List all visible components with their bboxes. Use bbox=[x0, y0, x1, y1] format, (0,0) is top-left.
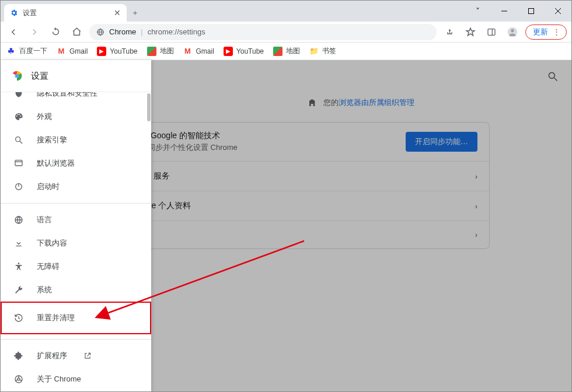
sidebar-item-reset[interactable]: 重置并清理 bbox=[1, 302, 151, 334]
sidebar-item-label: 系统 bbox=[37, 285, 52, 295]
svg-line-24 bbox=[554, 78, 557, 81]
bookmarks-bar: ☘百度一下 MGmail ▶YouTube 地图 MGmail ▶YouTube… bbox=[1, 43, 571, 60]
close-tab-icon[interactable]: ✕ bbox=[114, 8, 121, 18]
baidu-icon: ☘ bbox=[6, 47, 16, 56]
svg-line-14 bbox=[20, 141, 22, 144]
sidebar-item-accessibility[interactable]: 无障碍 bbox=[1, 255, 151, 278]
sidebar-item-label: 无障碍 bbox=[37, 261, 60, 272]
restore-icon bbox=[13, 313, 24, 323]
sidebar-item-label: 重置并清理 bbox=[37, 313, 75, 323]
sidebar-item-label: 关于 Chrome bbox=[37, 374, 81, 384]
url-text: chrome://settings bbox=[148, 27, 205, 36]
sidebar-item-label: 扩展程序 bbox=[37, 351, 67, 361]
sync-subtitle: 上同步并个性化设置 Chrome bbox=[140, 142, 238, 153]
settings-row-google-services[interactable]: gle 服务 › bbox=[128, 161, 489, 191]
sidebar-item-label: 默认浏览器 bbox=[37, 158, 75, 169]
svg-rect-15 bbox=[15, 160, 22, 166]
globe-icon bbox=[13, 215, 24, 225]
bookmark-item[interactable]: ▶YouTube bbox=[224, 47, 264, 56]
tab-title: 设置 bbox=[23, 8, 109, 18]
site-info-icon[interactable] bbox=[96, 28, 104, 36]
maximize-button[interactable] bbox=[518, 1, 545, 22]
browser-icon bbox=[13, 159, 24, 168]
browser-tab[interactable]: 设置 ✕ bbox=[4, 4, 127, 22]
shield-icon bbox=[13, 92, 24, 98]
power-icon bbox=[13, 182, 24, 191]
gmail-icon: M bbox=[183, 47, 193, 56]
close-window-button[interactable] bbox=[545, 1, 571, 22]
settings-row-import[interactable]: › bbox=[128, 220, 489, 249]
settings-sidebar: 设置 隐私设置和安全性 外观 搜索引擎 默认浏览器 启动时 语言 下载内容 无障… bbox=[1, 60, 151, 392]
download-icon bbox=[13, 239, 24, 248]
minimize-button[interactable] bbox=[491, 1, 518, 22]
reload-button[interactable] bbox=[47, 24, 64, 40]
profile-avatar-icon[interactable] bbox=[504, 24, 521, 40]
sidebar-item-label: 搜索引擎 bbox=[37, 135, 67, 145]
browser-toolbar: Chrome | chrome://settings 更新 ⋮ bbox=[1, 22, 571, 43]
org-managed-message: 您的浏览器由所属组织管理 bbox=[151, 93, 571, 122]
external-link-icon bbox=[83, 352, 92, 360]
sidebar-item-languages[interactable]: 语言 bbox=[1, 208, 151, 232]
sidebar-scrollbar[interactable] bbox=[147, 93, 151, 121]
window-titlebar: 设置 ✕ ＋ ˅ bbox=[1, 1, 571, 22]
share-icon[interactable] bbox=[441, 24, 458, 40]
svg-rect-5 bbox=[488, 29, 495, 35]
sidebar-item-startup[interactable]: 启动时 bbox=[1, 175, 151, 198]
bookmark-item[interactable]: ☘百度一下 bbox=[6, 46, 47, 56]
svg-point-8 bbox=[511, 29, 514, 32]
bookmark-item[interactable]: MGmail bbox=[57, 47, 88, 56]
bookmark-item[interactable]: 地图 bbox=[147, 46, 174, 56]
back-button[interactable] bbox=[5, 24, 22, 40]
bookmark-item[interactable]: MGmail bbox=[183, 47, 214, 56]
folder-icon: 📁 bbox=[309, 47, 319, 56]
sidebar-item-label: 启动时 bbox=[37, 181, 60, 192]
sidebar-divider bbox=[1, 203, 151, 204]
chrome-logo-icon bbox=[11, 70, 23, 82]
chevron-right-icon: › bbox=[475, 230, 477, 239]
forward-button[interactable] bbox=[26, 24, 43, 40]
org-managed-link[interactable]: 浏览器由所属组织管理 bbox=[339, 98, 414, 107]
svg-point-13 bbox=[16, 137, 20, 142]
site-label: Chrome bbox=[109, 27, 136, 36]
chevron-right-icon: › bbox=[475, 172, 477, 181]
gmail-icon: M bbox=[57, 47, 66, 56]
sidebar-item-about[interactable]: 关于 Chrome bbox=[1, 368, 151, 391]
svg-point-22 bbox=[18, 378, 20, 380]
bookmark-item[interactable]: 📁书签 bbox=[309, 46, 336, 56]
search-settings-icon[interactable] bbox=[547, 71, 559, 82]
update-button[interactable]: 更新 ⋮ bbox=[525, 24, 567, 40]
sidebar-item-label: 下载内容 bbox=[37, 238, 67, 249]
home-button[interactable] bbox=[68, 24, 85, 40]
tab-dropdown-button[interactable]: ˅ bbox=[464, 1, 491, 22]
maps-icon bbox=[147, 47, 156, 56]
extension-icon bbox=[13, 351, 24, 360]
svg-rect-1 bbox=[529, 9, 534, 14]
building-icon bbox=[308, 98, 318, 107]
sync-title: 享 Google 的智能技术 bbox=[140, 131, 238, 141]
chrome-icon bbox=[13, 374, 24, 384]
settings-main: 您的浏览器由所属组织管理 享 Google 的智能技术 上同步并个性化设置 Ch… bbox=[151, 60, 571, 392]
sidebar-item-downloads[interactable]: 下载内容 bbox=[1, 232, 151, 255]
sidebar-item-system[interactable]: 系统 bbox=[1, 278, 151, 302]
sidebar-item-appearance[interactable]: 外观 bbox=[1, 105, 151, 128]
svg-point-23 bbox=[549, 72, 554, 78]
bookmark-item[interactable]: 地图 bbox=[273, 46, 300, 56]
sidebar-item-extensions[interactable]: 扩展程序 bbox=[1, 344, 151, 368]
sidebar-item-label: 隐私设置和安全性 bbox=[37, 92, 97, 99]
bookmark-item[interactable]: ▶YouTube bbox=[97, 47, 137, 56]
bookmark-star-icon[interactable] bbox=[462, 24, 479, 40]
sidebar-item-search[interactable]: 搜索引擎 bbox=[1, 128, 151, 152]
side-panel-icon[interactable] bbox=[483, 24, 500, 40]
address-bar[interactable]: Chrome | chrome://settings bbox=[89, 24, 437, 40]
update-label: 更新 bbox=[533, 27, 548, 37]
palette-icon bbox=[13, 112, 24, 121]
new-tab-button[interactable]: ＋ bbox=[127, 4, 143, 22]
chevron-right-icon: › bbox=[475, 202, 477, 211]
sidebar-item-default-browser[interactable]: 默认浏览器 bbox=[1, 152, 151, 175]
enable-sync-button[interactable]: 开启同步功能… bbox=[406, 132, 477, 152]
menu-dots-icon[interactable]: ⋮ bbox=[553, 27, 560, 36]
sidebar-item-label: 外观 bbox=[37, 111, 52, 122]
settings-row-profile[interactable]: ome 个人资料 › bbox=[128, 191, 489, 220]
sidebar-item-privacy[interactable]: 隐私设置和安全性 bbox=[1, 92, 151, 105]
sidebar-item-label: 语言 bbox=[37, 215, 52, 225]
